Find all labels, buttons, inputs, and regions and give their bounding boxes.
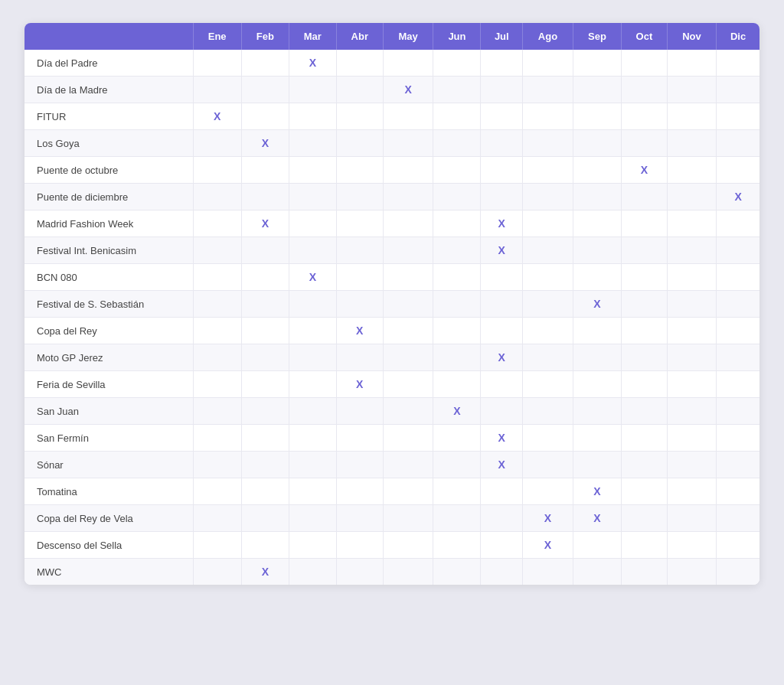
month-cell [433, 371, 481, 398]
event-name-cell: Festival Int. Benicasim [24, 237, 193, 264]
event-mark: X [498, 244, 505, 256]
month-cell [289, 77, 336, 103]
month-cell: X [523, 505, 573, 532]
month-cell [667, 371, 717, 398]
month-cell [383, 50, 433, 77]
month-cell [193, 398, 241, 425]
month-cell [289, 344, 336, 371]
month-cell [433, 77, 481, 103]
month-cell [622, 77, 668, 103]
month-cell [622, 371, 668, 398]
event-name-cell: Puente de octubre [24, 157, 193, 184]
table-body: Día del PadreXDía de la MadreXFITURXLos … [24, 50, 760, 585]
month-cell [433, 264, 481, 291]
month-cell [573, 318, 621, 344]
month-cell [622, 210, 668, 237]
month-cell: X [241, 559, 289, 586]
month-cell [573, 264, 621, 291]
month-cell [336, 130, 383, 157]
month-cell [481, 505, 523, 532]
month-cell [717, 77, 760, 103]
month-cell [433, 532, 481, 559]
month-cell [193, 559, 241, 586]
month-cell [523, 318, 573, 344]
month-cell [193, 50, 241, 77]
column-header-month-sep: Sep [573, 23, 621, 50]
month-cell [717, 452, 760, 478]
month-cell [573, 77, 621, 103]
month-cell [667, 210, 717, 237]
event-name-cell: Tomatina [24, 478, 193, 505]
month-cell [622, 559, 668, 586]
month-cell [289, 157, 336, 184]
month-cell [383, 237, 433, 264]
month-cell [523, 77, 573, 103]
month-cell [289, 425, 336, 452]
event-mark: X [309, 271, 316, 283]
month-cell [289, 478, 336, 505]
month-cell [383, 452, 433, 478]
month-cell [336, 103, 383, 130]
month-cell [336, 77, 383, 103]
month-cell [481, 371, 523, 398]
month-cell [481, 478, 523, 505]
month-cell [241, 505, 289, 532]
table-row: SónarX [24, 452, 760, 478]
month-cell [433, 210, 481, 237]
month-cell [523, 103, 573, 130]
month-cell [573, 559, 621, 586]
month-cell [193, 344, 241, 371]
event-name-cell: Día de la Madre [24, 77, 193, 103]
month-cell [622, 398, 668, 425]
event-name-cell: Copa del Rey de Vela [24, 505, 193, 532]
month-cell [289, 532, 336, 559]
table-row: Puente de octubreX [24, 157, 760, 184]
month-cell [433, 157, 481, 184]
month-cell [433, 291, 481, 318]
event-name-cell: San Fermín [24, 425, 193, 452]
month-cell [383, 291, 433, 318]
event-name-cell: Festival de S. Sebastián [24, 291, 193, 318]
month-cell [622, 505, 668, 532]
month-cell [481, 77, 523, 103]
month-cell [193, 478, 241, 505]
month-cell [289, 505, 336, 532]
month-cell [573, 130, 621, 157]
event-mark: X [593, 485, 600, 497]
month-cell [383, 371, 433, 398]
month-cell [433, 103, 481, 130]
event-mark: X [593, 298, 600, 310]
events-table: EneFebMarAbrMayJunJulAgoSepOctNovDic Día… [24, 23, 760, 585]
month-cell [193, 210, 241, 237]
month-cell [336, 157, 383, 184]
month-cell [433, 505, 481, 532]
month-cell [193, 371, 241, 398]
month-cell [573, 425, 621, 452]
month-cell [573, 371, 621, 398]
event-name-cell: Madrid Fashion Week [24, 210, 193, 237]
month-cell [523, 50, 573, 77]
event-mark: X [262, 137, 269, 149]
month-cell [481, 50, 523, 77]
month-cell [383, 344, 433, 371]
table-row: Copa del ReyX [24, 318, 760, 344]
month-cell: X [336, 371, 383, 398]
month-cell [622, 425, 668, 452]
month-cell [336, 505, 383, 532]
month-cell [336, 425, 383, 452]
month-cell: X [573, 478, 621, 505]
table-row: BCN 080X [24, 264, 760, 291]
month-cell: X [289, 50, 336, 77]
month-cell [336, 452, 383, 478]
column-header-month-feb: Feb [241, 23, 289, 50]
month-cell [717, 425, 760, 452]
month-cell [523, 425, 573, 452]
month-cell [241, 103, 289, 130]
event-name-cell: Sónar [24, 452, 193, 478]
month-cell [523, 344, 573, 371]
event-name-cell: Día del Padre [24, 50, 193, 77]
month-cell [573, 398, 621, 425]
month-cell [241, 184, 289, 210]
month-cell [193, 237, 241, 264]
month-cell [481, 291, 523, 318]
